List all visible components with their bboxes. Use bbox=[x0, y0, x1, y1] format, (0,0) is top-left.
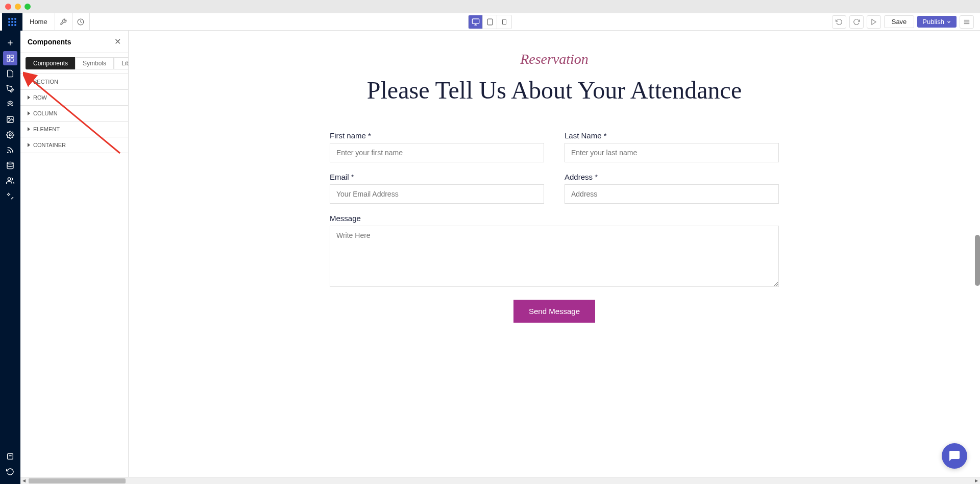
component-label: ELEMENT bbox=[33, 126, 60, 132]
component-element[interactable]: ELEMENT bbox=[20, 122, 128, 137]
component-list: SECTION ROW COLUMN ELEMENT CONTAINER bbox=[20, 74, 128, 153]
toolbar-right: Save Publish bbox=[832, 15, 978, 29]
svg-rect-15 bbox=[7, 59, 10, 61]
left-rail bbox=[0, 31, 20, 484]
tab-symbols[interactable]: Symbols bbox=[75, 57, 114, 69]
feed-icon[interactable] bbox=[3, 143, 17, 157]
vertical-scrollbar[interactable] bbox=[975, 235, 980, 286]
panel-title: Components bbox=[28, 38, 71, 46]
svg-point-18 bbox=[9, 134, 11, 136]
svg-marker-6 bbox=[872, 19, 876, 25]
reservation-subtitle: Reservation bbox=[330, 51, 779, 67]
message-textarea[interactable] bbox=[330, 226, 779, 287]
expand-icon bbox=[28, 127, 30, 131]
database-icon[interactable] bbox=[3, 158, 17, 173]
wrench-icon[interactable] bbox=[55, 13, 72, 30]
svg-rect-14 bbox=[11, 59, 13, 61]
tools-icon[interactable] bbox=[3, 189, 17, 203]
firstname-group: First name * bbox=[330, 131, 544, 162]
clock-icon[interactable] bbox=[72, 13, 90, 30]
settings-icon[interactable] bbox=[3, 128, 17, 142]
expand-icon bbox=[28, 80, 30, 84]
app-logo[interactable] bbox=[2, 13, 22, 31]
svg-rect-13 bbox=[11, 55, 13, 58]
redo-button[interactable] bbox=[849, 15, 864, 29]
address-label: Address * bbox=[565, 173, 779, 181]
component-label: SECTION bbox=[33, 79, 58, 85]
scroll-left-icon[interactable]: ◀ bbox=[20, 477, 28, 485]
component-label: ROW bbox=[33, 94, 47, 101]
mobile-view-button[interactable] bbox=[497, 15, 511, 29]
top-toolbar: Home Save Publish bbox=[0, 13, 980, 31]
form-grid: First name * Last Name * Email * Address… bbox=[330, 131, 779, 287]
close-panel-button[interactable]: ✕ bbox=[114, 37, 121, 46]
lastname-group: Last Name * bbox=[565, 131, 779, 162]
svg-rect-1 bbox=[472, 19, 479, 23]
help-icon[interactable] bbox=[3, 449, 17, 464]
layers-icon[interactable] bbox=[3, 97, 17, 111]
send-message-button[interactable]: Send Message bbox=[513, 300, 595, 323]
canvas-content[interactable]: Reservation Please Tell Us About Your At… bbox=[129, 31, 980, 484]
close-window-icon[interactable] bbox=[5, 4, 11, 10]
panel-header: Components ✕ bbox=[20, 31, 128, 53]
publish-button[interactable]: Publish bbox=[917, 16, 957, 28]
lastname-input[interactable] bbox=[565, 143, 779, 162]
panel-tabs: Components Symbols Library bbox=[20, 53, 128, 74]
component-label: COLUMN bbox=[33, 110, 58, 116]
chat-widget-button[interactable] bbox=[942, 443, 967, 469]
scroll-track[interactable] bbox=[29, 478, 972, 483]
chevron-down-icon bbox=[946, 19, 951, 25]
svg-point-19 bbox=[8, 152, 8, 153]
image-icon[interactable] bbox=[3, 112, 17, 127]
email-input[interactable] bbox=[330, 184, 544, 204]
firstname-label: First name * bbox=[330, 131, 544, 140]
main-area: Components ✕ Components Symbols Library … bbox=[0, 31, 980, 484]
users-icon[interactable] bbox=[3, 174, 17, 188]
address-input[interactable] bbox=[565, 184, 779, 204]
expand-icon bbox=[28, 111, 30, 115]
device-switcher bbox=[468, 15, 512, 29]
home-button[interactable]: Home bbox=[22, 13, 55, 30]
component-section[interactable]: SECTION bbox=[20, 74, 128, 90]
tab-elements[interactable]: Components bbox=[26, 57, 75, 69]
form-page: Reservation Please Tell Us About Your At… bbox=[330, 51, 779, 323]
email-label: Email * bbox=[330, 173, 544, 181]
minimize-window-icon[interactable] bbox=[15, 4, 21, 10]
components-panel: Components ✕ Components Symbols Library … bbox=[20, 31, 129, 484]
svg-rect-22 bbox=[8, 454, 13, 459]
address-group: Address * bbox=[565, 173, 779, 204]
component-row[interactable]: ROW bbox=[20, 90, 128, 106]
tablet-view-button[interactable] bbox=[483, 15, 497, 29]
svg-point-21 bbox=[8, 178, 10, 180]
history-icon[interactable] bbox=[3, 465, 17, 479]
message-group: Message bbox=[330, 214, 779, 287]
lastname-label: Last Name * bbox=[565, 131, 779, 140]
component-label: CONTAINER bbox=[33, 142, 66, 148]
canvas-area[interactable]: Reservation Please Tell Us About Your At… bbox=[129, 31, 980, 484]
expand-icon bbox=[28, 143, 30, 147]
publish-label: Publish bbox=[922, 18, 944, 26]
email-group: Email * bbox=[330, 173, 544, 204]
firstname-input[interactable] bbox=[330, 143, 544, 162]
page-heading: Please Tell Us About Your Attendance bbox=[330, 75, 779, 106]
svg-rect-4 bbox=[487, 19, 492, 25]
component-column[interactable]: COLUMN bbox=[20, 106, 128, 122]
maximize-window-icon[interactable] bbox=[24, 4, 31, 10]
menu-button[interactable] bbox=[960, 15, 974, 29]
scroll-right-icon[interactable]: ▶ bbox=[973, 477, 980, 485]
expand-icon bbox=[28, 95, 30, 100]
undo-button[interactable] bbox=[832, 15, 846, 29]
toolbar-left: Home bbox=[2, 13, 90, 30]
components-icon[interactable] bbox=[3, 51, 17, 65]
add-icon[interactable] bbox=[3, 36, 17, 50]
save-button[interactable]: Save bbox=[884, 15, 915, 28]
pages-icon[interactable] bbox=[3, 66, 17, 81]
svg-rect-12 bbox=[7, 55, 10, 58]
component-container[interactable]: CONTAINER bbox=[20, 137, 128, 153]
design-icon[interactable] bbox=[3, 82, 17, 96]
preview-button[interactable] bbox=[867, 15, 881, 29]
horizontal-scrollbar[interactable]: ◀ ▶ bbox=[20, 477, 980, 484]
scroll-thumb[interactable] bbox=[29, 478, 126, 483]
svg-rect-5 bbox=[503, 19, 506, 25]
desktop-view-button[interactable] bbox=[469, 15, 483, 29]
